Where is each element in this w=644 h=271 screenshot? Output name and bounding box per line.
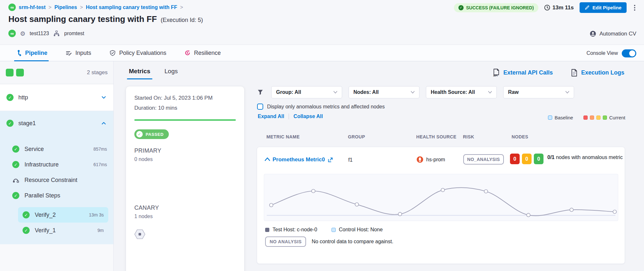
tab-inputs[interactable]: Inputs	[64, 45, 92, 61]
group-filter-dropdown[interactable]: Group: All	[271, 86, 342, 98]
nodes-text: nodes with anomalous metric	[556, 155, 623, 160]
page-title: Host sampling canary testing with FF	[8, 14, 157, 24]
execution-logs-label: Execution Logs	[581, 69, 624, 76]
step-verify-1[interactable]: ✓ Verify_1 9m	[18, 223, 108, 238]
current-orange-swatch	[590, 115, 594, 120]
passed-label: PASSED	[146, 132, 164, 137]
elapsed-time: 13m 11s	[544, 5, 574, 11]
external-link-icon[interactable]	[328, 157, 333, 163]
user-name: Automation CV	[600, 31, 636, 37]
canary-section: CANARY 1 nodes	[134, 205, 159, 239]
baseline-legend-swatch	[548, 115, 552, 120]
content-area: Metrics Logs Started On: Jul 5, 2023 1:0…	[114, 61, 644, 271]
step-duration: 617ms	[93, 162, 107, 167]
prometheus-icon	[417, 156, 423, 163]
stage-http-label: http	[18, 94, 28, 101]
collapse-all-link[interactable]: Collapse All	[293, 114, 323, 119]
sidebar-stage1-section: ✓ stage1 ✓ Service 857ms ✓ Infrastructur…	[0, 111, 113, 244]
step-duration: 857ms	[93, 146, 107, 152]
step-label: Infrastructure	[24, 161, 59, 168]
more-options-icon[interactable]	[632, 3, 637, 12]
group-filter-value: Group: All	[276, 89, 301, 95]
step-label: Verify_2	[35, 212, 56, 218]
step-service[interactable]: ✓ Service 857ms	[0, 141, 113, 157]
collapse-chevron-icon[interactable]	[264, 157, 270, 161]
step-resource-constraint[interactable]: Resource Constraint	[0, 172, 113, 188]
health-source-filter-dropdown[interactable]: Health Source: All	[426, 86, 497, 98]
raw-filter-dropdown[interactable]: Raw	[503, 86, 574, 98]
verification-duration: Duration: 10 mins	[134, 105, 236, 111]
step-label: Parallel Steps	[24, 192, 60, 199]
page-header: ∞ srm-hf-test > Pipelines > Host samplin…	[0, 0, 644, 45]
tab-policy-evaluations[interactable]: Policy Evaluations	[108, 45, 168, 61]
stage1-label: stage1	[18, 120, 36, 127]
chevron-up-icon[interactable]	[101, 120, 107, 126]
breadcrumb-pipeline-link[interactable]: Host sampling canary testing with FF	[86, 5, 178, 10]
canary-node-hexagon[interactable]	[134, 229, 145, 239]
metric-filters: Group: All Nodes: All Health Source: All…	[257, 86, 574, 98]
step-infrastructure[interactable]: ✓ Infrastructure 617ms	[0, 157, 113, 172]
stages-header: 2 stages	[0, 61, 113, 84]
status-badge: ✓ SUCCESS (FAILURE IGNORED)	[454, 3, 538, 12]
chevron-down-icon	[488, 91, 492, 94]
control-host-swatch	[332, 228, 336, 232]
metric-name-label: Prometheus Metric0	[273, 156, 325, 163]
verification-summary-card: Started On: Jul 5, 2023 1:06 PM Duration…	[126, 86, 244, 271]
risk-count-red: 0	[510, 154, 520, 164]
filter-icon[interactable]	[257, 89, 264, 95]
verify-step-tabs: Metrics Logs	[128, 66, 178, 79]
host-legend: Test Host: c-node-0 Control Host: None	[265, 227, 383, 233]
expand-all-link[interactable]: Expand All	[258, 114, 284, 119]
step-label: Verify_1	[35, 227, 56, 234]
step-parallel-steps[interactable]: ✓ Parallel Steps	[0, 188, 113, 203]
execution-sidebar: 2 stages ✓ http ✓ stage1 ✓ Service 857ms…	[0, 61, 114, 271]
edit-pipeline-label: Edit Pipeline	[592, 5, 621, 10]
success-check-icon: ✓	[12, 161, 19, 168]
risk-count-green: 0	[534, 154, 543, 164]
metric-card: Prometheus Metric0 f1 hs-prom NO_ANALYSI…	[257, 147, 625, 264]
step-verify-2[interactable]: ✓ Verify_2 13m 3s	[18, 207, 108, 223]
console-view-toggle[interactable]	[622, 49, 636, 57]
risk-count-amber: 0	[522, 154, 532, 164]
metric-risk: NO_ANALYSIS	[463, 154, 504, 165]
metric-health-source: hs-prom	[417, 156, 445, 163]
external-api-calls-link[interactable]: API External API Calls	[493, 68, 553, 77]
analysis-row: NO ANALYSIS No control data to compare a…	[265, 236, 393, 247]
execution-logs-link[interactable]: Execution Logs	[571, 68, 624, 77]
stage-square-icon	[16, 69, 24, 76]
tab-pipeline-label: Pipeline	[25, 50, 47, 56]
tab-pipeline[interactable]: Pipeline	[14, 45, 49, 61]
tab-resilience[interactable]: Resilience	[183, 45, 222, 61]
harness-logo-icon[interactable]: ∞	[8, 4, 16, 11]
test-host-label: Test Host: c-node-0	[273, 227, 317, 233]
external-api-calls-label: External API Calls	[504, 69, 553, 76]
breadcrumb-pipelines-link[interactable]: Pipelines	[54, 5, 77, 10]
metric-timeseries-chart[interactable]	[264, 174, 618, 221]
tab-inputs-label: Inputs	[75, 50, 91, 56]
tab-logs[interactable]: Logs	[164, 66, 178, 79]
divider	[289, 114, 289, 119]
metric-chart-panel	[264, 174, 618, 221]
sidebar-stage-stage1[interactable]: ✓ stage1	[0, 111, 113, 136]
metric-name-link[interactable]: Prometheus Metric0	[273, 156, 333, 163]
pipeline-icon	[15, 50, 22, 56]
anomalous-checkbox[interactable]	[257, 104, 263, 110]
edit-pipeline-button[interactable]: Edit Pipeline	[580, 2, 627, 13]
anomalous-filter-row: Display only anomalous metrics and affec…	[257, 104, 385, 110]
breadcrumb-project-link[interactable]: srm-hf-test	[19, 5, 46, 10]
stage-count: 2 stages	[87, 69, 108, 76]
started-on: Started On: Jul 5, 2023 1:06 PM	[134, 95, 236, 101]
canary-nodes-count: 1 nodes	[134, 214, 159, 219]
console-view-control: Console View	[586, 45, 636, 62]
nodes-filter-dropdown[interactable]: Nodes: All	[349, 86, 419, 98]
control-host-label: Control Host: None	[339, 227, 383, 233]
column-metric-name: METRIC NAME	[266, 134, 300, 139]
column-health-source: HEALTH SOURCE	[416, 134, 457, 139]
sidebar-stage-http[interactable]: ✓ http	[0, 84, 113, 111]
chevron-down-icon[interactable]	[101, 94, 107, 101]
pipeline-meta: ∞ ⚙ test1123 promtest	[8, 30, 84, 37]
tab-metrics[interactable]: Metrics	[128, 66, 151, 79]
check-circle-icon: ✓	[136, 131, 143, 137]
column-nodes: NODES	[512, 134, 528, 139]
success-check-icon: ✓	[23, 227, 30, 234]
